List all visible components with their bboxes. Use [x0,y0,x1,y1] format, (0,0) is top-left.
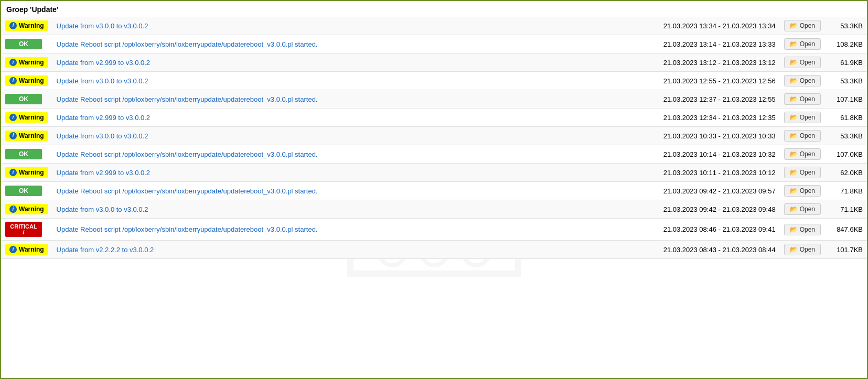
open-button-cell: 📂Open [780,17,825,35]
open-button-cell: 📂Open [780,127,825,145]
open-icon: 📂 [790,187,798,194]
table-row: iWarningUpdate from v3.0.0 to v3.0.0.221… [1,72,867,90]
message-cell: Update from v2.2.2.2 to v3.0.0.2 [52,241,633,259]
size-cell: 61.9KB [825,53,867,72]
open-button[interactable]: 📂Open [784,57,821,68]
message-cell: Update from v2.999 to v3.0.0.2 [52,164,633,182]
status-badge: OK [5,94,42,104]
open-button[interactable]: 📂Open [784,75,821,86]
size-cell: 53.3KB [825,127,867,145]
status-badge: OK [5,186,42,196]
badge-cell: iWarning [1,200,52,219]
timestamp-cell: 21.03.2023 13:14 - 21.03.2023 13:33 [633,35,780,53]
message-cell: Update Reboot script /opt/loxberry/sbin/… [52,35,633,53]
open-icon: 📂 [790,114,798,121]
table-row: iWarningUpdate from v2.999 to v3.0.0.221… [1,53,867,72]
open-button-cell: 📂Open [780,90,825,109]
open-button-cell: 📂Open [780,109,825,127]
badge-cell: OK [1,145,52,164]
open-icon: 📂 [790,226,798,233]
status-badge: OK [5,149,42,159]
open-button[interactable]: 📂Open [784,185,821,197]
info-icon: i [9,132,17,139]
message-cell: Update Reboot script /opt/loxberry/sbin/… [52,145,633,164]
size-cell: 847.6KB [825,219,867,241]
open-button[interactable]: 📂Open [784,148,821,160]
badge-cell: iWarning [1,53,52,72]
open-button[interactable]: 📂Open [784,38,821,50]
info-icon: i [9,230,38,235]
open-button-cell: 📂Open [780,241,825,259]
size-cell: 71.1KB [825,200,867,219]
open-button-cell: 📂Open [780,72,825,90]
info-icon: i [9,114,17,121]
table-row: iWarningUpdate from v2.999 to v3.0.0.221… [1,164,867,182]
badge-cell: iWarning [1,72,52,90]
table-row: OKUpdate Reboot script /opt/loxberry/sbi… [1,145,867,164]
message-cell: Update from v3.0.0 to v3.0.0.2 [52,127,633,145]
open-icon: 📂 [790,132,798,139]
message-cell: Update from v3.0.0 to v3.0.0.2 [52,200,633,219]
status-badge: CRITICALi [5,222,42,237]
open-button-cell: 📂Open [780,35,825,53]
open-icon: 📂 [790,77,798,84]
table-row: CRITICALiUpdate Reboot script /opt/loxbe… [1,219,867,241]
status-badge: iWarning [5,20,48,31]
size-cell: 71.8KB [825,182,867,200]
badge-cell: iWarning [1,241,52,259]
open-button[interactable]: 📂Open [784,203,821,215]
message-cell: Update from v3.0.0 to v3.0.0.2 [52,17,633,35]
timestamp-cell: 21.03.2023 08:46 - 21.03.2023 09:41 [633,219,780,241]
open-icon: 📂 [790,169,798,176]
open-button[interactable]: 📂Open [784,20,821,31]
open-button[interactable]: 📂Open [784,93,821,105]
badge-cell: iWarning [1,17,52,35]
timestamp-cell: 21.03.2023 09:42 - 21.03.2023 09:57 [633,182,780,200]
page-wrapper: Groep 'Update' iWarningUpdate from v3.0.… [0,0,868,379]
table-row: iWarningUpdate from v3.0.0 to v3.0.0.221… [1,200,867,219]
message-cell: Update from v3.0.0 to v3.0.0.2 [52,72,633,90]
message-cell: Update from v2.999 to v3.0.0.2 [52,109,633,127]
table-row: OKUpdate Reboot script /opt/loxberry/sbi… [1,182,867,200]
table-row: iWarningUpdate from v2.999 to v3.0.0.221… [1,109,867,127]
badge-cell: OK [1,182,52,200]
info-icon: i [9,59,17,66]
status-badge: iWarning [5,244,48,255]
open-button[interactable]: 📂Open [784,112,821,123]
timestamp-cell: 21.03.2023 08:43 - 21.03.2023 08:44 [633,241,780,259]
info-icon: i [9,169,17,176]
status-badge: iWarning [5,167,48,178]
timestamp-cell: 21.03.2023 10:33 - 21.03.2023 10:33 [633,127,780,145]
size-cell: 108.2KB [825,35,867,53]
open-icon: 📂 [790,22,798,29]
size-cell: 62.0KB [825,164,867,182]
size-cell: 61.8KB [825,109,867,127]
group-title: Groep 'Update' [1,1,867,17]
size-cell: 107.0KB [825,145,867,164]
size-cell: 107.1KB [825,90,867,109]
table-row: iWarningUpdate from v3.0.0 to v3.0.0.221… [1,17,867,35]
message-cell: Update Reboot script /opt/loxberry/sbin/… [52,182,633,200]
info-icon: i [9,22,17,29]
open-button[interactable]: 📂Open [784,130,821,142]
timestamp-cell: 21.03.2023 12:34 - 21.03.2023 12:35 [633,109,780,127]
badge-cell: iWarning [1,127,52,145]
table-row: iWarningUpdate from v3.0.0 to v3.0.0.221… [1,127,867,145]
status-badge: OK [5,39,42,49]
open-button[interactable]: 📂Open [784,244,821,255]
open-button[interactable]: 📂Open [784,167,821,178]
badge-cell: iWarning [1,109,52,127]
status-badge: iWarning [5,75,48,86]
open-button[interactable]: 📂Open [784,224,821,235]
size-cell: 53.3KB [825,17,867,35]
timestamp-cell: 21.03.2023 12:55 - 21.03.2023 12:56 [633,72,780,90]
info-icon: i [9,246,17,253]
badge-cell: OK [1,90,52,109]
badge-cell: OK [1,35,52,53]
badge-cell: iWarning [1,164,52,182]
log-table: iWarningUpdate from v3.0.0 to v3.0.0.221… [1,17,867,259]
table-row: OKUpdate Reboot script /opt/loxberry/sbi… [1,90,867,109]
timestamp-cell: 21.03.2023 13:34 - 21.03.2023 13:34 [633,17,780,35]
open-icon: 📂 [790,59,798,66]
open-icon: 📂 [790,150,798,158]
